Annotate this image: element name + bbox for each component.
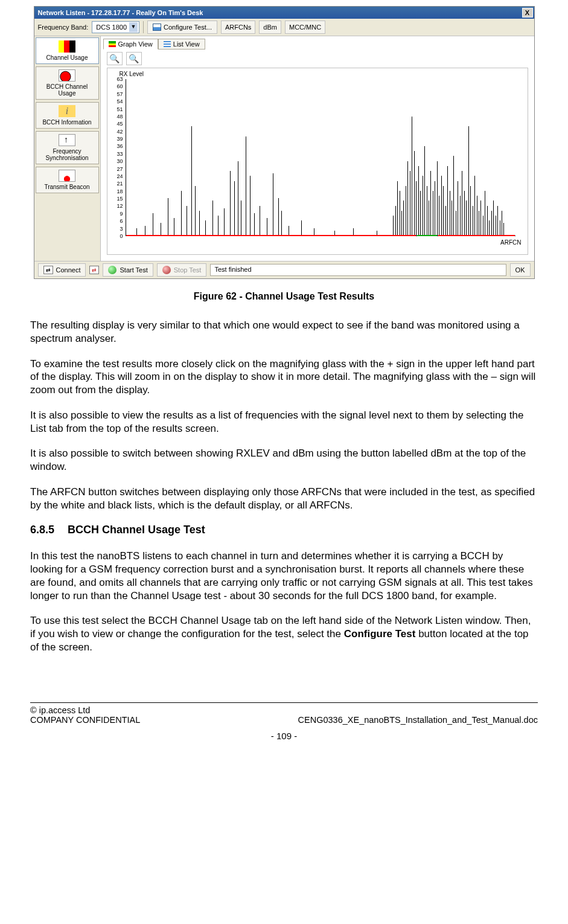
connect-button[interactable]: ⇄ Connect <box>38 263 86 277</box>
chart-bar <box>199 211 200 236</box>
start-icon <box>108 266 116 274</box>
chart-bar <box>487 206 488 236</box>
page-number: - 109 - <box>30 731 538 741</box>
chart-bar <box>497 206 498 236</box>
chart-bar <box>241 201 241 236</box>
chart-bar <box>416 181 416 236</box>
connect-label: Connect <box>56 266 81 274</box>
info-icon: i <box>59 105 75 117</box>
paragraph: In this test the nanoBTS listens to each… <box>30 550 538 602</box>
chart-bar <box>246 136 246 236</box>
chart-bar <box>493 201 494 236</box>
frequency-sync-icon <box>59 134 75 146</box>
arfcns-button[interactable]: ARFCNs <box>221 21 255 34</box>
list-view-label: List View <box>173 40 200 48</box>
chart-bar <box>447 166 448 236</box>
chart-bar <box>427 186 427 236</box>
chart-bar <box>450 191 450 236</box>
disconnect-icon[interactable]: ⇄ <box>89 266 99 274</box>
mccmnc-button[interactable]: MCC/MNC <box>285 21 325 34</box>
channel-usage-icon <box>59 40 75 53</box>
chart-bar <box>145 226 145 236</box>
paragraph: The resulting display is very similar to… <box>30 319 538 345</box>
chart-bar <box>168 198 168 236</box>
chart-bar <box>439 196 439 236</box>
freq-band-dropdown[interactable]: DCS 1800 ▼ <box>92 21 139 33</box>
status-field: Test finished <box>210 264 506 276</box>
chart-bar <box>466 201 467 236</box>
tab-label: BCCH Channel Usage <box>37 83 97 97</box>
chart-bar <box>174 218 174 236</box>
footer-docname: CENG0336_XE_nanoBTS_Installation_and_Tes… <box>298 715 538 725</box>
freq-band-label: Frequency Band: <box>38 24 89 31</box>
start-test-button[interactable]: Start Test <box>103 263 153 277</box>
chart-bar <box>260 206 260 236</box>
y-tick: 24 <box>110 173 123 179</box>
y-tick: 48 <box>110 114 123 120</box>
zoom-out-button[interactable]: 🔍 <box>126 52 142 65</box>
chart-bar <box>453 156 454 236</box>
y-tick: 39 <box>110 136 123 142</box>
chart-bar <box>301 220 302 236</box>
configure-icon <box>153 24 161 31</box>
tab-transmit-beacon[interactable]: Transmit Beacon <box>36 167 99 193</box>
chart-bar <box>393 216 394 236</box>
connect-icon: ⇄ <box>43 266 53 274</box>
paragraph: It is also possible to switch between sh… <box>30 447 538 473</box>
chart-bar <box>224 208 225 236</box>
dbm-button[interactable]: dBm <box>259 21 281 34</box>
chart-bar <box>485 191 485 236</box>
footer-confidential: COMPANY CONFIDENTIAL <box>30 715 140 725</box>
view-tabs: Graph View List View <box>103 39 532 50</box>
y-tick: 18 <box>110 188 123 194</box>
y-tick: 27 <box>110 166 123 172</box>
y-tick: 9 <box>110 211 123 217</box>
configure-test-button[interactable]: Configure Test... <box>147 21 217 34</box>
tab-bcch-channel-usage[interactable]: BCCH Channel Usage <box>36 66 99 100</box>
chart-bar <box>153 213 153 236</box>
y-tick: 57 <box>110 91 123 97</box>
chart-bar <box>406 186 406 236</box>
chart-bar <box>191 126 192 236</box>
chart-y-axis: 0369121518212427303336394245485154576063 <box>110 79 123 236</box>
paragraph: To examine the test results more closely… <box>30 358 538 397</box>
tab-channel-usage[interactable]: Channel Usage <box>36 37 99 64</box>
figure-caption: Figure 62 - Channel Usage Test Results <box>30 291 538 302</box>
y-tick: 45 <box>110 121 123 127</box>
chart-bar <box>473 206 473 236</box>
chart-bar <box>407 161 408 236</box>
chart-bar <box>433 191 433 236</box>
graph-view-tab[interactable]: Graph View <box>103 39 158 50</box>
chart-bar <box>483 216 483 236</box>
chart-bar <box>462 171 462 236</box>
close-button[interactable]: X <box>522 8 533 18</box>
chart-bar <box>468 126 469 236</box>
baseline-segment <box>438 235 515 236</box>
section-title: BCCH Channel Usage Test <box>68 524 205 536</box>
chart-bar <box>187 206 187 236</box>
toolbar-separator <box>143 21 144 33</box>
start-test-label: Start Test <box>120 266 147 274</box>
chart-bar <box>441 176 442 236</box>
tab-frequency-sync[interactable]: Frequency Synchronisation <box>36 131 99 164</box>
chart-bar <box>500 220 500 236</box>
stop-icon <box>162 266 171 274</box>
chart-bar <box>195 186 196 236</box>
y-tick: 54 <box>110 98 123 104</box>
chart-plot-area <box>126 79 515 236</box>
paragraph: The ARFCN button switches between displa… <box>30 486 538 512</box>
y-tick: 36 <box>110 143 123 149</box>
zoom-in-button[interactable]: 🔍 <box>107 52 123 65</box>
ok-button[interactable]: OK <box>510 263 531 277</box>
chart-bar <box>458 181 458 236</box>
y-tick: 51 <box>110 106 123 112</box>
list-view-tab[interactable]: List View <box>158 39 205 50</box>
chart-bar <box>418 166 419 236</box>
paragraph-bold: Configure Test <box>344 628 416 640</box>
window-title: Network Listen - 172.28.17.77 - Really O… <box>38 9 203 16</box>
chart-bar <box>502 211 502 236</box>
chart-bar <box>423 176 423 236</box>
chart-bar <box>445 206 446 236</box>
tab-bcch-information[interactable]: i BCCH Information <box>36 102 99 129</box>
chart-bar <box>395 206 396 236</box>
